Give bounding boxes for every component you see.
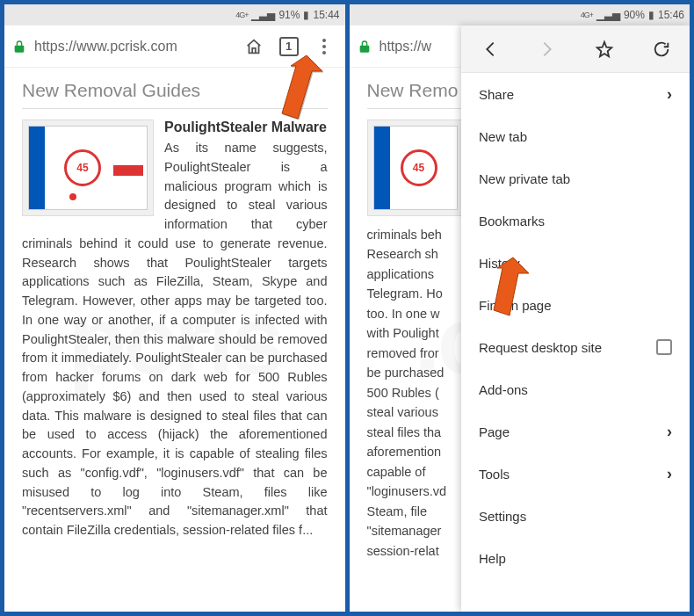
- back-button[interactable]: [461, 40, 518, 59]
- status-bar: 4G+ ▁▃▅ 91% ▮ 15:44: [4, 4, 345, 25]
- address-bar: https://www.pcrisk.com 1: [4, 25, 345, 68]
- tabs-button[interactable]: 1: [275, 33, 303, 61]
- menu-item-history[interactable]: History: [461, 242, 690, 284]
- battery-icon: ▮: [303, 9, 309, 21]
- menu-item-page[interactable]: Page›: [461, 410, 690, 453]
- browser-menu: Share› New tab New private tab Bookmarks…: [461, 25, 690, 612]
- chevron-right-icon: ›: [667, 85, 672, 104]
- menu-item-settings[interactable]: Settings: [461, 495, 690, 537]
- article-thumbnail[interactable]: 45: [367, 120, 464, 216]
- status-bar: 4G+ ▁▃▅ 90% ▮ 15:46: [350, 4, 690, 25]
- reload-button[interactable]: [633, 40, 690, 59]
- clock-label: 15:46: [658, 9, 684, 21]
- page-content: pcris New Removal Guides 45 PoulightStea…: [4, 68, 345, 612]
- url-text[interactable]: https://www.pcrisk.com: [34, 39, 233, 54]
- menu-item-new-private-tab[interactable]: New private tab: [461, 157, 690, 199]
- lock-icon: [11, 39, 27, 54]
- phone-left: 4G+ ▁▃▅ 91% ▮ 15:44 https://www.pcrisk.c…: [4, 4, 345, 612]
- tab-count: 1: [279, 37, 299, 56]
- network-label: 4G+: [581, 11, 593, 19]
- menu-item-addons[interactable]: Add-ons: [461, 368, 690, 410]
- chevron-right-icon: ›: [667, 465, 672, 483]
- menu-item-share[interactable]: Share›: [461, 73, 690, 115]
- home-button[interactable]: [240, 33, 268, 61]
- checkbox-icon: [656, 339, 672, 355]
- bookmark-star-button[interactable]: [575, 40, 633, 59]
- menu-item-bookmarks[interactable]: Bookmarks: [461, 199, 690, 242]
- chevron-right-icon: ›: [667, 423, 672, 441]
- phone-right: 4G+ ▁▃▅ 90% ▮ 15:46 https://w .com New R…: [350, 4, 690, 612]
- menu-item-find-in-page[interactable]: Find in page: [461, 284, 690, 326]
- menu-icon: [322, 39, 326, 54]
- menu-item-request-desktop[interactable]: Request desktop site: [461, 326, 690, 368]
- menu-list: Share› New tab New private tab Bookmarks…: [461, 73, 690, 612]
- signal-icon: ▁▃▅: [251, 9, 275, 21]
- lock-icon: [357, 39, 372, 54]
- battery-label: 90%: [624, 9, 645, 21]
- menu-item-tools[interactable]: Tools›: [461, 453, 690, 495]
- signal-icon: ▁▃▅: [596, 9, 620, 21]
- battery-icon: ▮: [648, 9, 654, 21]
- menu-item-new-tab[interactable]: New tab: [461, 115, 690, 157]
- clock-label: 15:44: [313, 9, 339, 21]
- forward-button[interactable]: [518, 40, 575, 59]
- network-label: 4G+: [235, 11, 248, 19]
- battery-label: 91%: [278, 9, 300, 21]
- menu-button[interactable]: [310, 33, 338, 61]
- menu-nav-row: [461, 25, 690, 73]
- menu-item-help[interactable]: Help: [461, 537, 690, 579]
- article-thumbnail[interactable]: 45: [22, 120, 154, 216]
- section-title: New Removal Guides: [22, 80, 328, 109]
